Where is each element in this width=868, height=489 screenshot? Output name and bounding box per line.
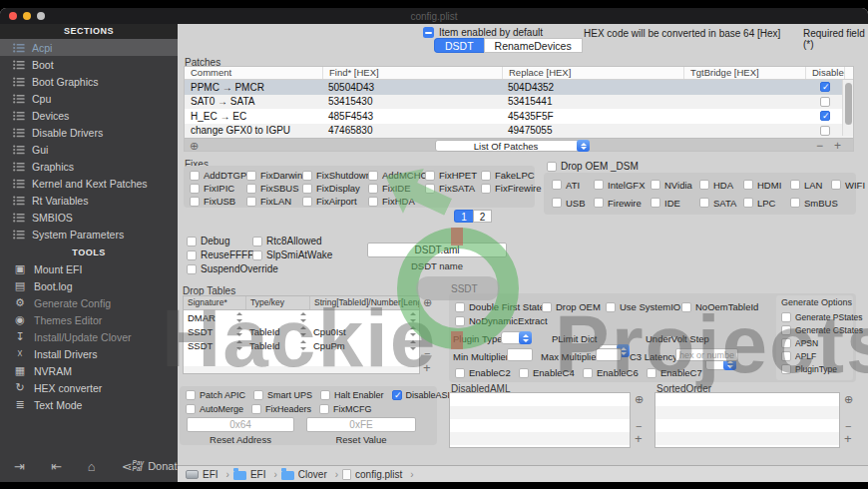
tab[interactable]: DSDT — [434, 38, 484, 53]
checkbox[interactable] — [368, 197, 378, 207]
fix-option[interactable]: FixSATA — [425, 183, 481, 194]
checkbox[interactable] — [781, 364, 791, 374]
checkbox[interactable] — [425, 171, 435, 181]
fix-option[interactable]: FakeLPC — [481, 170, 541, 181]
checkbox[interactable] — [368, 171, 378, 181]
dsm-option[interactable]: IDE — [651, 197, 699, 209]
checkbox[interactable] — [647, 368, 656, 378]
remove-table-button[interactable]: − — [424, 348, 430, 359]
sidebar-tool-item[interactable]: ▦ NVRAM — [0, 362, 178, 379]
sidebar-tool-item[interactable]: ⚙ Generate Config — [0, 294, 178, 311]
patch-disabled-checkbox[interactable] — [820, 97, 830, 107]
checkbox[interactable] — [253, 390, 263, 400]
checkbox[interactable] — [594, 180, 604, 190]
fix-option[interactable]: FixFirewire — [481, 183, 541, 194]
breadcrumb-item[interactable]: config.plist › — [342, 469, 418, 480]
sidebar-section-item[interactable]: Boot — [0, 56, 178, 73]
generate-option[interactable]: Generate PStates — [781, 310, 853, 323]
checkbox[interactable] — [455, 316, 465, 326]
fix-option[interactable]: FixDarwin — [246, 170, 302, 181]
export-icon[interactable]: ⇤ — [51, 459, 62, 474]
patches-scrollbar[interactable] — [842, 80, 853, 136]
checkbox[interactable] — [302, 197, 312, 207]
fix-option[interactable]: FixLAN — [246, 196, 302, 207]
patch-table-row[interactable]: H_EC → EC 485F4543 45435F5F — [185, 109, 853, 124]
checkbox[interactable] — [481, 171, 491, 181]
disabledaml-list[interactable] — [449, 392, 631, 448]
dsdt-name-input[interactable] — [367, 243, 507, 257]
checkbox[interactable] — [251, 404, 261, 414]
ssdt-option[interactable]: NoDynamicExtract — [455, 315, 548, 326]
share-icon[interactable]: ⋖ — [122, 459, 133, 474]
breadcrumb-item[interactable]: Clover › — [281, 469, 342, 480]
pager-button[interactable]: 2 — [473, 210, 492, 223]
patch-table-row[interactable]: change GFX0 to IGPU 47465830 49475055 — [185, 124, 853, 139]
debug-option[interactable]: SuspendOverride — [187, 263, 252, 274]
dsm-option[interactable]: USB — [552, 197, 594, 209]
dsm-option[interactable]: HDA — [699, 179, 743, 191]
fix-option[interactable]: FixHDA — [368, 196, 425, 207]
checkbox[interactable] — [743, 180, 753, 190]
sidebar-section-item[interactable]: Kernel and Kext Patches — [0, 175, 178, 192]
c3-latency-input[interactable] — [675, 348, 738, 361]
sidebar-tool-item[interactable]: ↻ HEX converter — [0, 379, 178, 396]
reorder-icon[interactable]: ⊕ — [190, 139, 199, 153]
stepper-icon[interactable] — [409, 326, 416, 336]
dsm-option[interactable]: IntelGFX — [594, 179, 651, 191]
reorder-icon[interactable]: ⊕ — [844, 392, 853, 406]
add-item-button[interactable]: + — [635, 433, 643, 444]
reset-value-input[interactable] — [306, 417, 416, 432]
checkbox[interactable] — [552, 180, 562, 190]
minimize-window-button[interactable] — [23, 12, 31, 20]
ssdt-option[interactable]: EnableC7 — [647, 367, 702, 378]
ssdt-option[interactable]: EnableC4 — [519, 367, 575, 378]
checkbox[interactable] — [594, 198, 604, 208]
stepper-icon[interactable] — [409, 340, 416, 350]
checkbox[interactable] — [547, 162, 557, 172]
reorder-icon[interactable]: ⊕ — [423, 295, 432, 309]
reset-address-input[interactable] — [187, 417, 294, 432]
checkbox[interactable] — [246, 184, 256, 194]
checkbox[interactable] — [455, 368, 465, 378]
checkbox[interactable] — [368, 184, 378, 194]
ssdt-option[interactable]: Drop OEM — [542, 301, 601, 312]
checkbox[interactable] — [681, 302, 691, 312]
close-window-button[interactable] — [9, 12, 17, 20]
sidebar-section-item[interactable]: Gui — [0, 141, 178, 158]
checkbox[interactable] — [302, 171, 312, 181]
checkbox[interactable] — [743, 198, 753, 208]
debug-option[interactable]: Debug — [187, 236, 252, 246]
checkbox[interactable] — [781, 325, 791, 335]
checkbox[interactable] — [252, 250, 262, 260]
sidebar-section-item[interactable]: Boot Graphics — [0, 73, 178, 90]
checkbox[interactable] — [320, 390, 330, 400]
fix-option[interactable]: FixUSB — [190, 196, 246, 207]
sidebar-section-item[interactable]: Graphics — [0, 158, 178, 175]
checkbox[interactable] — [519, 368, 529, 378]
stepper-icon[interactable] — [235, 312, 242, 322]
ssdt-option[interactable]: Use SystemIO — [606, 301, 680, 312]
patch-table-row[interactable]: PPMC → PMCR 50504D43 504D4352 — [185, 80, 853, 95]
stepper-icon[interactable] — [235, 340, 242, 350]
checkbox[interactable] — [187, 264, 197, 274]
sidebar-tool-item[interactable]: ☓ Install Drivers — [0, 345, 178, 362]
donate-button[interactable]: PayPal Donate — [133, 460, 184, 473]
fix-option[interactable]: FixShutdown — [302, 170, 368, 181]
checkbox[interactable] — [606, 302, 616, 312]
checkbox[interactable] — [831, 180, 841, 190]
sidebar-tool-item[interactable]: ≣ Text Mode — [0, 396, 178, 413]
sidebar-section-item[interactable]: Disable Drivers — [0, 124, 178, 141]
sidebar-section-item[interactable]: Acpi — [0, 39, 178, 56]
breadcrumb-item[interactable]: EFI › — [233, 469, 281, 480]
add-table-button[interactable]: + — [423, 362, 431, 373]
debug-option[interactable]: SlpSmiAtWake — [252, 249, 356, 260]
patch-table-row[interactable]: SAT0 → SATA 53415430 53415441 — [185, 95, 853, 110]
checkbox[interactable] — [252, 237, 262, 246]
drop-oem-dsm-option[interactable]: Drop OEM _DSM — [547, 161, 639, 172]
checkbox[interactable] — [246, 197, 256, 207]
fix-option[interactable]: FixIDE — [368, 183, 425, 194]
stepper-icon[interactable] — [235, 326, 242, 336]
stepper-icon[interactable] — [299, 312, 306, 322]
checkbox[interactable] — [455, 302, 465, 312]
ssdt-option[interactable]: EnableC6 — [583, 367, 639, 378]
